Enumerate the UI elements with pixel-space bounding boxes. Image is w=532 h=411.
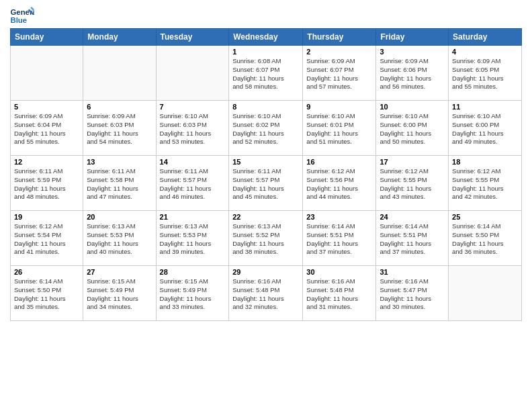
day-number: 4 bbox=[452, 48, 518, 56]
day-header-wednesday: Wednesday bbox=[229, 29, 303, 46]
calendar-cell bbox=[83, 46, 156, 101]
day-info: Sunrise: 6:08 AM Sunset: 6:07 PM Dayligh… bbox=[232, 57, 299, 91]
calendar-cell: 24Sunrise: 6:14 AM Sunset: 5:51 PM Dayli… bbox=[376, 211, 449, 266]
calendar-cell: 29Sunrise: 6:16 AM Sunset: 5:48 PM Dayli… bbox=[229, 266, 303, 321]
day-number: 3 bbox=[380, 48, 445, 56]
day-number: 10 bbox=[380, 103, 445, 111]
logo: General Blue bbox=[10, 7, 34, 26]
logo-icon: General Blue bbox=[10, 7, 34, 26]
day-number: 21 bbox=[160, 213, 226, 221]
calendar-cell: 12Sunrise: 6:11 AM Sunset: 5:59 PM Dayli… bbox=[11, 156, 83, 211]
day-number: 23 bbox=[306, 213, 372, 221]
calendar-cell bbox=[11, 46, 83, 101]
day-info: Sunrise: 6:11 AM Sunset: 5:59 PM Dayligh… bbox=[14, 167, 79, 201]
calendar-cell: 3Sunrise: 6:09 AM Sunset: 6:06 PM Daylig… bbox=[376, 46, 449, 101]
calendar-cell: 18Sunrise: 6:12 AM Sunset: 5:55 PM Dayli… bbox=[449, 156, 522, 211]
calendar-week-5: 26Sunrise: 6:14 AM Sunset: 5:50 PM Dayli… bbox=[11, 266, 522, 321]
calendar-cell bbox=[156, 46, 229, 101]
calendar-cell: 21Sunrise: 6:13 AM Sunset: 5:53 PM Dayli… bbox=[156, 211, 229, 266]
calendar-cell: 17Sunrise: 6:12 AM Sunset: 5:55 PM Dayli… bbox=[376, 156, 449, 211]
header: General Blue bbox=[10, 7, 522, 26]
day-info: Sunrise: 6:11 AM Sunset: 5:58 PM Dayligh… bbox=[87, 167, 152, 201]
day-info: Sunrise: 6:12 AM Sunset: 5:55 PM Dayligh… bbox=[380, 167, 445, 201]
day-number: 26 bbox=[14, 268, 79, 276]
day-info: Sunrise: 6:09 AM Sunset: 6:04 PM Dayligh… bbox=[14, 112, 79, 146]
day-info: Sunrise: 6:10 AM Sunset: 6:00 PM Dayligh… bbox=[452, 112, 518, 146]
day-number: 29 bbox=[232, 268, 299, 276]
calendar-cell: 19Sunrise: 6:12 AM Sunset: 5:54 PM Dayli… bbox=[11, 211, 83, 266]
day-info: Sunrise: 6:15 AM Sunset: 5:49 PM Dayligh… bbox=[160, 277, 226, 312]
day-number: 27 bbox=[87, 268, 152, 276]
day-info: Sunrise: 6:12 AM Sunset: 5:54 PM Dayligh… bbox=[14, 222, 79, 257]
day-header-tuesday: Tuesday bbox=[156, 29, 229, 46]
calendar-cell: 7Sunrise: 6:10 AM Sunset: 6:03 PM Daylig… bbox=[156, 101, 229, 156]
day-number: 28 bbox=[160, 268, 226, 276]
calendar-cell: 2Sunrise: 6:09 AM Sunset: 6:07 PM Daylig… bbox=[303, 46, 376, 101]
calendar-week-3: 12Sunrise: 6:11 AM Sunset: 5:59 PM Dayli… bbox=[11, 156, 522, 211]
day-header-sunday: Sunday bbox=[11, 29, 83, 46]
calendar-cell: 4Sunrise: 6:09 AM Sunset: 6:05 PM Daylig… bbox=[449, 46, 522, 101]
day-number: 15 bbox=[232, 158, 299, 166]
day-info: Sunrise: 6:10 AM Sunset: 6:00 PM Dayligh… bbox=[380, 112, 445, 146]
day-number: 19 bbox=[14, 213, 79, 221]
calendar-cell: 30Sunrise: 6:16 AM Sunset: 5:48 PM Dayli… bbox=[303, 266, 376, 321]
day-number: 20 bbox=[87, 213, 152, 221]
day-info: Sunrise: 6:09 AM Sunset: 6:03 PM Dayligh… bbox=[87, 112, 152, 146]
calendar-cell: 22Sunrise: 6:13 AM Sunset: 5:52 PM Dayli… bbox=[229, 211, 303, 266]
day-info: Sunrise: 6:16 AM Sunset: 5:48 PM Dayligh… bbox=[232, 277, 299, 312]
calendar-cell: 8Sunrise: 6:10 AM Sunset: 6:02 PM Daylig… bbox=[229, 101, 303, 156]
calendar-cell: 28Sunrise: 6:15 AM Sunset: 5:49 PM Dayli… bbox=[156, 266, 229, 321]
day-number: 31 bbox=[380, 268, 445, 276]
day-number: 16 bbox=[306, 158, 372, 166]
day-info: Sunrise: 6:12 AM Sunset: 5:55 PM Dayligh… bbox=[452, 167, 518, 201]
day-info: Sunrise: 6:14 AM Sunset: 5:50 PM Dayligh… bbox=[452, 222, 518, 257]
day-number: 24 bbox=[380, 213, 445, 221]
day-number: 1 bbox=[232, 48, 299, 56]
calendar-week-1: 1Sunrise: 6:08 AM Sunset: 6:07 PM Daylig… bbox=[11, 46, 522, 101]
day-info: Sunrise: 6:10 AM Sunset: 6:02 PM Dayligh… bbox=[232, 112, 299, 146]
day-number: 7 bbox=[160, 103, 226, 111]
day-info: Sunrise: 6:14 AM Sunset: 5:51 PM Dayligh… bbox=[380, 222, 445, 257]
calendar-cell: 25Sunrise: 6:14 AM Sunset: 5:50 PM Dayli… bbox=[449, 211, 522, 266]
day-info: Sunrise: 6:14 AM Sunset: 5:50 PM Dayligh… bbox=[14, 277, 79, 312]
day-header-friday: Friday bbox=[376, 29, 449, 46]
calendar-cell: 27Sunrise: 6:15 AM Sunset: 5:49 PM Dayli… bbox=[83, 266, 156, 321]
calendar-cell: 14Sunrise: 6:11 AM Sunset: 5:57 PM Dayli… bbox=[156, 156, 229, 211]
calendar-cell: 10Sunrise: 6:10 AM Sunset: 6:00 PM Dayli… bbox=[376, 101, 449, 156]
calendar-cell: 15Sunrise: 6:11 AM Sunset: 5:57 PM Dayli… bbox=[229, 156, 303, 211]
calendar-table: SundayMondayTuesdayWednesdayThursdayFrid… bbox=[10, 28, 522, 321]
page-container: General Blue SundayMondayTuesdayWednesda… bbox=[0, 0, 532, 324]
day-number: 12 bbox=[14, 158, 79, 166]
day-header-saturday: Saturday bbox=[449, 29, 522, 46]
calendar-cell: 9Sunrise: 6:10 AM Sunset: 6:01 PM Daylig… bbox=[303, 101, 376, 156]
day-info: Sunrise: 6:09 AM Sunset: 6:05 PM Dayligh… bbox=[452, 57, 518, 91]
calendar-cell: 1Sunrise: 6:08 AM Sunset: 6:07 PM Daylig… bbox=[229, 46, 303, 101]
calendar-cell: 6Sunrise: 6:09 AM Sunset: 6:03 PM Daylig… bbox=[83, 101, 156, 156]
day-info: Sunrise: 6:16 AM Sunset: 5:47 PM Dayligh… bbox=[380, 277, 445, 312]
calendar-header-row: SundayMondayTuesdayWednesdayThursdayFrid… bbox=[11, 29, 522, 46]
calendar-cell: 13Sunrise: 6:11 AM Sunset: 5:58 PM Dayli… bbox=[83, 156, 156, 211]
day-number: 22 bbox=[232, 213, 299, 221]
calendar-cell: 26Sunrise: 6:14 AM Sunset: 5:50 PM Dayli… bbox=[11, 266, 83, 321]
day-number: 5 bbox=[14, 103, 79, 111]
day-number: 8 bbox=[232, 103, 299, 111]
calendar-cell: 23Sunrise: 6:14 AM Sunset: 5:51 PM Dayli… bbox=[303, 211, 376, 266]
day-number: 25 bbox=[452, 213, 518, 221]
day-info: Sunrise: 6:12 AM Sunset: 5:56 PM Dayligh… bbox=[306, 167, 372, 201]
day-info: Sunrise: 6:14 AM Sunset: 5:51 PM Dayligh… bbox=[306, 222, 372, 257]
day-info: Sunrise: 6:11 AM Sunset: 5:57 PM Dayligh… bbox=[160, 167, 226, 201]
day-header-monday: Monday bbox=[83, 29, 156, 46]
day-info: Sunrise: 6:09 AM Sunset: 6:06 PM Dayligh… bbox=[380, 57, 445, 91]
day-number: 11 bbox=[452, 103, 518, 111]
day-info: Sunrise: 6:09 AM Sunset: 6:07 PM Dayligh… bbox=[306, 57, 372, 91]
day-number: 17 bbox=[380, 158, 445, 166]
day-info: Sunrise: 6:10 AM Sunset: 6:03 PM Dayligh… bbox=[160, 112, 226, 146]
calendar-week-2: 5Sunrise: 6:09 AM Sunset: 6:04 PM Daylig… bbox=[11, 101, 522, 156]
day-number: 13 bbox=[87, 158, 152, 166]
calendar-week-4: 19Sunrise: 6:12 AM Sunset: 5:54 PM Dayli… bbox=[11, 211, 522, 266]
day-number: 2 bbox=[306, 48, 372, 56]
calendar-cell: 20Sunrise: 6:13 AM Sunset: 5:53 PM Dayli… bbox=[83, 211, 156, 266]
calendar-cell: 11Sunrise: 6:10 AM Sunset: 6:00 PM Dayli… bbox=[449, 101, 522, 156]
day-number: 6 bbox=[87, 103, 152, 111]
day-info: Sunrise: 6:13 AM Sunset: 5:52 PM Dayligh… bbox=[232, 222, 299, 257]
